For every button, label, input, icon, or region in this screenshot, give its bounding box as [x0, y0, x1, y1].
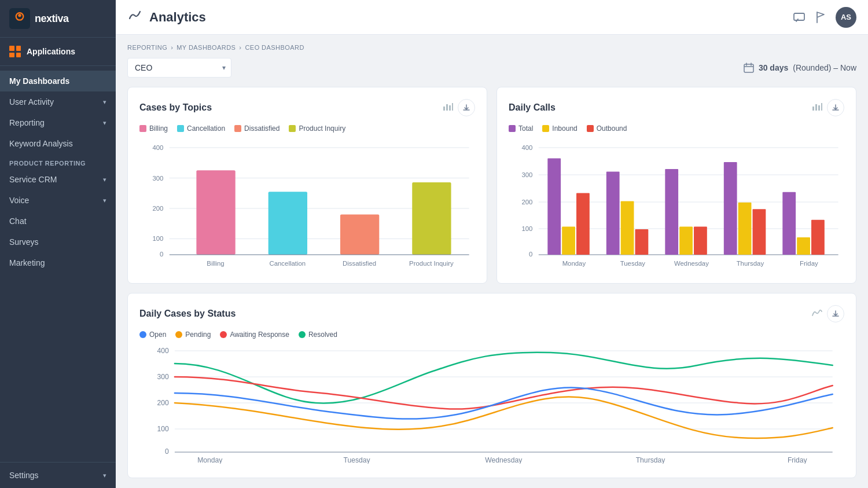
sidebar-item-user-activity[interactable]: User Activity ▾ [0, 91, 116, 112]
svg-text:Billing: Billing [207, 260, 224, 267]
dashboard-select[interactable]: CEO Sales Support [127, 58, 231, 78]
user-avatar[interactable]: AS [836, 7, 856, 28]
sidebar-bottom: Settings ▾ [0, 462, 116, 488]
legend-dot [587, 125, 594, 132]
sidebar-item-service-crm[interactable]: Service CRM ▾ [0, 169, 116, 190]
legend-dot [234, 125, 241, 132]
date-range-days: 30 days [759, 63, 788, 72]
flag-icon [815, 11, 826, 24]
cases-bar-chart: 400 300 200 100 0 Billing Canc [139, 142, 475, 269]
chart-actions [812, 305, 844, 322]
sidebar-item-label: User Activity [9, 97, 54, 107]
download-icon [462, 104, 470, 112]
svg-rect-42 [547, 159, 561, 255]
date-range-suffix: (Rounded) – Now [793, 63, 856, 72]
svg-text:400: 400 [157, 348, 169, 355]
main-content: Analytics AS Reporting › My Dashboards [116, 0, 868, 488]
page-title: Analytics [149, 10, 206, 25]
svg-rect-48 [635, 229, 649, 255]
svg-rect-55 [738, 203, 752, 255]
analytics-icon [127, 8, 142, 27]
legend-label: Resolved [308, 331, 337, 339]
message-icon [793, 11, 806, 24]
legend-label: Cancellation [187, 124, 225, 133]
sidebar-item-label: Chat [9, 217, 27, 226]
header: Analytics AS [116, 0, 868, 35]
sidebar-item-marketing[interactable]: Marketing [0, 252, 116, 273]
date-range: 30 days (Rounded) – Now [744, 63, 856, 73]
sidebar-item-reporting[interactable]: Reporting ▾ [0, 112, 116, 133]
sidebar-item-chat[interactable]: Chat [0, 211, 116, 232]
download-button[interactable] [458, 99, 475, 116]
legend-dot [289, 125, 296, 132]
svg-text:Tuesday: Tuesday [620, 260, 646, 267]
legend-dot [542, 125, 549, 132]
svg-text:Wednesday: Wednesday [485, 456, 523, 464]
legend-dot [299, 331, 306, 338]
chat-icon-button[interactable] [793, 11, 806, 24]
bar-chart-icon [812, 102, 822, 113]
svg-text:100: 100 [152, 235, 163, 242]
sidebar-item-my-dashboards[interactable]: My Dashboards [0, 71, 116, 91]
svg-text:Monday: Monday [197, 456, 223, 464]
daily-calls-bar-chart: 400 300 200 100 0 Monday Tue [509, 142, 844, 269]
applications-nav[interactable]: Applications [0, 38, 116, 66]
svg-text:200: 200 [157, 399, 169, 407]
svg-rect-44 [576, 193, 590, 255]
svg-rect-59 [797, 237, 810, 255]
svg-rect-31 [821, 103, 822, 111]
sidebar-item-surveys[interactable]: Surveys [0, 232, 116, 252]
svg-rect-56 [753, 209, 766, 255]
download-icon [832, 104, 840, 112]
svg-text:Wednesday: Wednesday [674, 260, 709, 267]
sidebar-item-keyword-analysis[interactable]: Keyword Analysis [0, 133, 116, 154]
svg-rect-0 [9, 8, 30, 29]
sidebar-item-settings[interactable]: Settings ▾ [0, 465, 116, 486]
flag-icon-button[interactable] [815, 11, 826, 24]
svg-text:Monday: Monday [562, 260, 586, 267]
bar-chart-icon [443, 102, 453, 113]
line-chart-icon [812, 308, 822, 320]
svg-text:100: 100 [157, 425, 169, 433]
chart-header: Cases by Topics [139, 99, 475, 116]
sidebar-item-label: Reporting [9, 118, 45, 127]
svg-rect-8 [452, 103, 453, 111]
header-left: Analytics [127, 8, 206, 27]
svg-text:Friday: Friday [800, 260, 818, 267]
legend-total: Total [509, 124, 533, 133]
svg-text:Thursday: Thursday [636, 456, 666, 464]
legend-label: Awaiting Response [230, 331, 289, 339]
sidebar-item-label: My Dashboards [9, 76, 69, 86]
svg-rect-19 [196, 170, 235, 255]
legend-dot [177, 125, 184, 132]
breadcrumb-sep: › [171, 44, 173, 51]
resolved-line [175, 353, 833, 403]
svg-rect-5 [443, 107, 445, 111]
legend-label: Product Inquiry [299, 124, 345, 133]
legend-outbound: Outbound [587, 124, 627, 133]
chart-actions [443, 99, 475, 116]
daily-cases-line-chart: 400 300 200 100 0 Monday Tuesday Wednesd… [139, 348, 844, 464]
svg-rect-21 [340, 215, 379, 255]
svg-text:400: 400 [152, 144, 163, 151]
svg-rect-46 [606, 172, 620, 255]
legend-dot [509, 125, 516, 132]
svg-text:Product Inquiry: Product Inquiry [409, 260, 454, 267]
svg-text:Friday: Friday [788, 456, 808, 464]
download-button[interactable] [827, 99, 844, 116]
toolbar: CEO Sales Support ▾ 30 days (Rounded) – … [127, 58, 856, 78]
content-area: Reporting › My Dashboards › CEO Dashboar… [116, 35, 868, 488]
chart-title: Daily Cases by Status [139, 309, 236, 319]
svg-rect-58 [782, 192, 796, 255]
sidebar: nextiva Applications My Dashboards User … [0, 0, 116, 488]
sidebar-nav: My Dashboards User Activity ▾ Reporting … [0, 66, 116, 462]
logo-text: nextiva [35, 13, 69, 25]
svg-text:0: 0 [529, 251, 532, 258]
daily-cases-card: Daily Cases by Status [127, 293, 856, 478]
legend-label: Dissatisfied [244, 124, 279, 133]
chart-header: Daily Calls [509, 99, 844, 116]
sidebar-item-voice[interactable]: Voice ▾ [0, 190, 116, 211]
legend-product-inquiry: Product Inquiry [289, 124, 345, 133]
download-button[interactable] [827, 305, 844, 322]
chevron-down-icon: ▾ [103, 197, 106, 204]
